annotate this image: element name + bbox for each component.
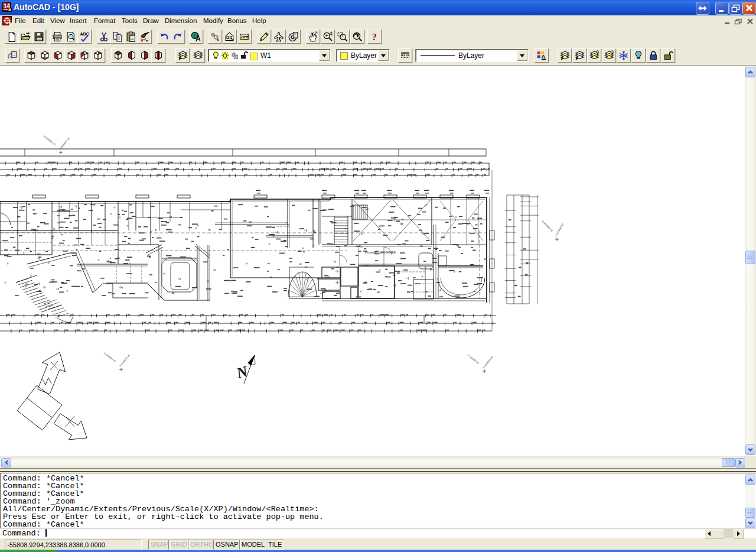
svg-text:X=233864.31: X=233864.31 bbox=[541, 220, 554, 233]
svg-text:Y=655843.19: Y=655843.19 bbox=[58, 137, 70, 150]
svg-text:N: N bbox=[234, 363, 250, 381]
svg-text:X=233864.31: X=233864.31 bbox=[467, 353, 480, 365]
svg-text:Y=655843.19: Y=655843.19 bbox=[482, 355, 494, 369]
svg-text:X=233864.31: X=233864.31 bbox=[43, 135, 57, 147]
svg-text:Y=655843.19: Y=655843.19 bbox=[119, 353, 131, 367]
svg-text:Y=655843.19: Y=655843.19 bbox=[554, 223, 564, 238]
svg-text:Pizzeria - MANAMEA: Pizzeria - MANAMEA bbox=[365, 251, 396, 254]
svg-text:?: ? bbox=[372, 32, 377, 42]
svg-text:X=233864.31: X=233864.31 bbox=[103, 352, 117, 363]
